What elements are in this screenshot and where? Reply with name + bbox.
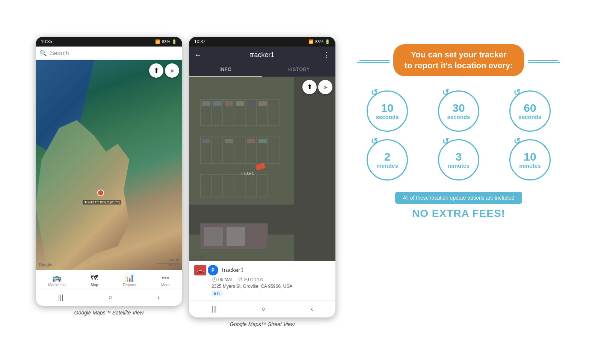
- map-scale: 200 mi 500 km: [157, 258, 179, 267]
- map-direction-button[interactable]: ➤: [165, 63, 179, 78]
- phone1-time: 10:35: [41, 39, 52, 44]
- nav-monitoring-label: Monitoring: [48, 283, 66, 287]
- svg-rect-40: [226, 227, 245, 246]
- included-badge: All of these location update options are…: [395, 192, 522, 204]
- svg-rect-37: [258, 139, 267, 143]
- arrow-icon-2: ↺: [442, 88, 449, 98]
- arrow-icon-4: ↺: [371, 137, 377, 146]
- arrow-icon-1: ↺: [371, 88, 377, 98]
- map-search-bar[interactable]: 🔍 Search: [36, 47, 182, 60]
- phone2-battery: 83%: [315, 39, 323, 44]
- map-compass-button[interactable]: ⬆: [149, 63, 163, 78]
- interval-3m: ↺ 3 minutes: [438, 139, 479, 180]
- banner-line1: You can set your tracker: [411, 50, 506, 59]
- nav-more[interactable]: ••• More: [158, 273, 173, 288]
- nav-map-label: Map: [91, 283, 98, 287]
- phone2-back-btn[interactable]: ‹: [303, 304, 320, 314]
- phone2-signal-icon: 📶: [308, 39, 314, 44]
- phone2-status-icons: 📶 83% 🔋: [308, 39, 330, 44]
- tracker-address: 2325 Myers St, Oroville, CA 95966, USA: [211, 284, 330, 289]
- phone2-direction-button[interactable]: ➤: [318, 80, 332, 94]
- timer-icon: ⏱: [238, 277, 243, 282]
- phone2-google-logo: Google: [192, 254, 205, 259]
- phone2-map-view[interactable]: tracker1 ⬆ ➤ Google: [189, 77, 335, 261]
- svg-rect-31: [236, 101, 244, 106]
- phone2-home-btn[interactable]: ○: [254, 304, 273, 314]
- satellite-background: [36, 60, 182, 270]
- arrow-icon-5: ↺: [442, 137, 449, 146]
- svg-rect-35: [225, 139, 233, 143]
- tracker-tabs: INFO HISTORY: [189, 63, 335, 77]
- back-btn[interactable]: ‹: [150, 292, 167, 303]
- intervals-grid: ↺ 10 seconds ↺ 30 seconds ↺ 60 seconds ↺…: [357, 90, 560, 180]
- phone1-frame: 10:35 📶 83% 🔋 🔍 Search: [36, 37, 182, 306]
- compass-icon: ⬆: [154, 66, 159, 75]
- phone2-time: 10:37: [194, 39, 205, 44]
- nav-more-label: More: [161, 283, 170, 287]
- tracker-meta: 🕐 06 Mar ⏱ 20 d 14 h: [211, 277, 330, 282]
- svg-rect-28: [202, 101, 210, 106]
- nav-reports-label: Reports: [123, 283, 136, 287]
- map-icon: 🗺: [91, 274, 98, 282]
- home-btn[interactable]: ○: [101, 292, 120, 303]
- tab-info[interactable]: INFO: [189, 63, 262, 77]
- interval-60s: ↺ 60 seconds: [509, 90, 551, 132]
- tab-history[interactable]: HISTORY: [262, 63, 335, 77]
- phone1-status-icons: 📶 83% 🔋: [155, 39, 177, 44]
- search-input-placeholder[interactable]: Search: [50, 50, 69, 57]
- scale-200mi: 200 mi: [170, 258, 179, 262]
- phones-row: 10:35 📶 83% 🔋 🔍 Search: [36, 37, 335, 327]
- phone1-map-view[interactable]: ⬆ ➤ iTrack1TE BOLD (0177) Google 200 mi …: [36, 60, 182, 270]
- scale-500km: 500 km: [169, 263, 179, 267]
- phone1-status-bar: 10:35 📶 83% 🔋: [36, 37, 182, 47]
- phone2-recent-btn[interactable]: |||: [204, 304, 224, 314]
- app-bar-title: tracker1: [250, 51, 274, 59]
- svg-rect-39: [204, 227, 223, 246]
- phone2-frame: 10:37 📶 83% 🔋 ← tracker1 ⋮ INFO: [189, 37, 335, 317]
- infographic-panel: You can set your tracker to report it's …: [346, 37, 571, 262]
- tracker-p-badge: P: [208, 265, 218, 275]
- interval-10s: ↺ 10 seconds: [367, 90, 408, 132]
- tracker-date: 🕐 06 Mar: [211, 277, 232, 282]
- clock-icon: 🕐: [211, 277, 217, 282]
- tracker-app-bar: ← tracker1 ⋮: [189, 47, 335, 63]
- recent-apps-btn[interactable]: |||: [51, 292, 71, 303]
- interval-2m: ↺ 2 minutes: [367, 139, 408, 180]
- nav-monitoring[interactable]: 🚌 Monitoring: [45, 272, 69, 288]
- tracker-badge: 5 h: [211, 290, 222, 296]
- phone2-compass-button[interactable]: ⬆: [302, 80, 317, 94]
- no-fees-text: NO EXTRA FEES!: [412, 208, 505, 220]
- tracker-label: iTrack1TE BOLD (0177): [83, 200, 121, 205]
- phone1-caption: Google Maps™ Satellite View: [74, 310, 144, 316]
- tracker-name: tracker1: [222, 267, 244, 274]
- right-divider: [528, 62, 560, 63]
- parking-lot-svg: tracker1: [189, 77, 335, 261]
- phone1-system-nav: ||| ○ ‹: [36, 289, 182, 306]
- back-button[interactable]: ←: [194, 51, 202, 59]
- tracker-info-row: 🚗 P tracker1: [194, 265, 330, 275]
- interval-10m: ↺ 10 minutes: [509, 139, 551, 180]
- nav-map[interactable]: 🗺 Map: [88, 273, 101, 288]
- tracker-car-icon: 🚗: [194, 265, 206, 275]
- info-banner: You can set your tracker to report it's …: [393, 44, 524, 76]
- phone2-system-nav: ||| ○ ‹: [189, 300, 335, 317]
- direction2-icon: ➤: [323, 84, 328, 91]
- more-button[interactable]: ⋮: [323, 50, 330, 59]
- phone1-screen: 🔍 Search ⬆ ➤: [36, 47, 182, 306]
- tracker-marker[interactable]: [97, 190, 104, 196]
- svg-rect-29: [213, 101, 222, 106]
- more-icon: •••: [162, 274, 169, 282]
- interval-30s: ↺ 30 seconds: [438, 90, 479, 132]
- phone1-battery-icon: 🔋: [172, 39, 177, 44]
- tracker-duration: ⏱ 20 d 14 h: [238, 277, 263, 282]
- direction-icon: ➤: [170, 67, 175, 74]
- main-container: 10:35 📶 83% 🔋 🔍 Search: [0, 29, 607, 335]
- search-icon: 🔍: [39, 50, 47, 57]
- svg-rect-34: [202, 139, 210, 143]
- phone2-column: 10:37 📶 83% 🔋 ← tracker1 ⋮ INFO: [189, 37, 335, 327]
- banner-line2: to report it's location every:: [405, 61, 513, 70]
- svg-text:tracker1: tracker1: [242, 171, 254, 175]
- nav-reports[interactable]: 📊 Reports: [120, 272, 139, 288]
- arrow-icon-3: ↺: [513, 88, 520, 98]
- svg-rect-32: [247, 101, 255, 106]
